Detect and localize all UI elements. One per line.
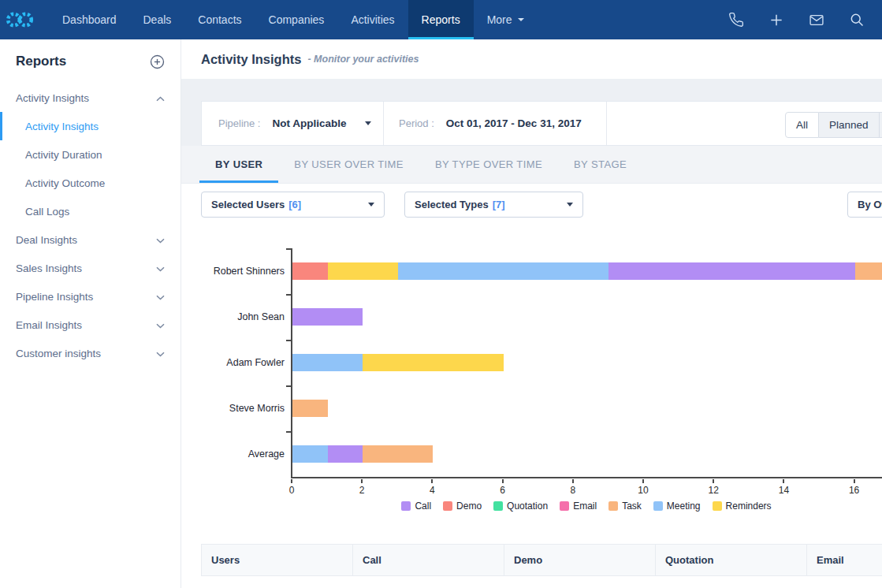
bar-segment-demo[interactable] [292, 262, 328, 280]
sidebar-item-customer-insights[interactable]: Customer insights [0, 339, 180, 367]
table-column-header-demo[interactable]: Demo [504, 545, 656, 575]
table-column-header-users[interactable]: Users [202, 545, 353, 575]
main-content: Activity Insights - Monitor your activit… [181, 39, 882, 588]
bar-segment-meeting[interactable] [398, 262, 609, 280]
legend-label: Email [573, 501, 597, 512]
plus-circle-icon [150, 54, 165, 69]
sidebar-item-label: Activity Duration [25, 149, 102, 161]
legend-item-quotation[interactable]: Quotation [493, 501, 548, 512]
nav-item-companies[interactable]: Companies [255, 0, 338, 39]
scope-button-planned[interactable]: Planned [819, 112, 880, 138]
legend-item-meeting[interactable]: Meeting [653, 501, 701, 512]
bar-segment-call[interactable] [328, 445, 363, 463]
sidebar-item-deal-insights[interactable]: Deal Insights [0, 225, 180, 254]
sidebar-item-pipeline-insights[interactable]: Pipeline Insights [0, 282, 180, 311]
bar-segment-meeting[interactable] [292, 445, 328, 463]
x-axis-tick-label: 10 [638, 485, 648, 496]
x-axis-tick-label: 6 [500, 485, 505, 496]
bar-segment-call[interactable] [608, 262, 854, 280]
sidebar-item-activity-duration[interactable]: Activity Duration [0, 140, 180, 169]
selected-types-label: Selected Types [415, 199, 489, 210]
legend-item-task[interactable]: Task [608, 501, 642, 512]
chevron-down-icon [567, 203, 573, 207]
legend-swatch [560, 501, 569, 511]
scope-button-all[interactable]: All [785, 112, 819, 138]
selected-users-count: [6] [288, 199, 301, 210]
phone-icon[interactable] [728, 12, 744, 28]
app-logo[interactable] [0, 0, 39, 39]
x-axis-tick-label: 2 [359, 485, 365, 496]
legend-label: Quotation [507, 501, 548, 512]
x-axis-tick-label: 8 [570, 485, 575, 496]
chevron-down-icon [156, 262, 165, 274]
y-axis-tick [286, 340, 292, 341]
divider [383, 102, 384, 145]
sidebar-item-call-logs[interactable]: Call Logs [0, 197, 180, 225]
chart-category-label: Adam Fowler [201, 354, 285, 371]
bar-segment-call[interactable] [292, 308, 363, 326]
bar-segment-task[interactable] [855, 262, 882, 280]
selected-types-dropdown[interactable]: Selected Types [7] [404, 192, 583, 218]
scope-button-co[interactable]: Co [880, 112, 882, 138]
chevron-down-icon [156, 319, 165, 331]
nav-item-activities[interactable]: Activities [337, 0, 408, 39]
tab-by-user-over-time[interactable]: BY USER OVER TIME [278, 146, 419, 183]
sidebar-item-activity-outcome[interactable]: Activity Outcome [0, 169, 180, 197]
legend-item-email[interactable]: Email [560, 501, 597, 512]
mail-icon[interactable] [809, 12, 824, 28]
by-owner-dropdown[interactable]: By Ow [847, 192, 882, 218]
search-icon[interactable] [849, 12, 865, 28]
table-column-header-call[interactable]: Call [353, 545, 504, 575]
table-column-header-email[interactable]: Email [807, 545, 882, 575]
legend-swatch [713, 501, 722, 511]
x-axis-tick [854, 479, 855, 483]
legend-item-call[interactable]: Call [401, 501, 431, 512]
bar-segment-task[interactable] [363, 445, 433, 463]
activity-scope-toggle: AllPlannedCo [785, 112, 882, 138]
y-axis-line [291, 248, 292, 478]
bar-segment-reminders[interactable] [328, 262, 398, 280]
x-axis-line [291, 477, 882, 478]
add-report-button[interactable] [150, 54, 165, 69]
bar-segment-task[interactable] [292, 400, 328, 417]
pipeline-value: Not Applicable [272, 117, 346, 129]
x-axis-tick [713, 479, 714, 483]
table-column-header-quotation[interactable]: Quotation [656, 545, 807, 575]
nav-item-deals[interactable]: Deals [130, 0, 185, 39]
nav-item-reports[interactable]: Reports [408, 0, 474, 39]
legend-swatch [401, 501, 411, 511]
chevron-down-icon [368, 203, 374, 207]
bar-segment-reminders[interactable] [363, 354, 503, 371]
sidebar-item-email-insights[interactable]: Email Insights [0, 311, 180, 339]
tab-by-type-over-time[interactable]: BY TYPE OVER TIME [419, 146, 558, 183]
pipeline-filter[interactable]: Pipeline : Not Applicable [218, 102, 371, 145]
legend-item-reminders[interactable]: Reminders [713, 501, 772, 512]
nav-item-more[interactable]: More [474, 0, 538, 39]
activities-table: UsersCallDemoQuotationEmail [201, 544, 882, 576]
sidebar-item-activity-insights[interactable]: Activity Insights [0, 84, 180, 112]
sidebar-item-label: Pipeline Insights [16, 291, 93, 303]
x-axis-tick-label: 0 [289, 485, 295, 496]
sidebar-item-label: Sales Insights [16, 262, 82, 274]
tab-by-stage[interactable]: BY STAGE [558, 146, 642, 183]
stacked-bar-average [292, 445, 433, 463]
plus-icon[interactable] [768, 12, 784, 28]
bar-segment-meeting[interactable] [292, 354, 363, 371]
x-axis-tick [783, 479, 784, 483]
period-filter[interactable]: Period : Oct 01, 2017 - Dec 31, 2017 [399, 102, 582, 145]
sidebar-item-label: Activity Outcome [25, 177, 105, 189]
sidebar-item-sales-insights[interactable]: Sales Insights [0, 254, 180, 282]
nav-item-dashboard[interactable]: Dashboard [49, 0, 130, 39]
sidebar-item-activity-insights[interactable]: Activity Insights [0, 112, 180, 140]
pipeline-label: Pipeline : [218, 117, 260, 129]
selected-users-dropdown[interactable]: Selected Users [6] [201, 192, 385, 218]
legend-swatch [653, 501, 663, 511]
tab-by-user[interactable]: BY USER [199, 146, 278, 183]
nav-item-contacts[interactable]: Contacts [184, 0, 255, 39]
page-header: Activity Insights - Monitor your activit… [181, 39, 882, 79]
legend-item-demo[interactable]: Demo [443, 501, 482, 512]
x-axis-tick-label: 14 [779, 485, 789, 496]
chevron-down-icon [156, 234, 165, 246]
legend-swatch [608, 501, 618, 511]
legend-swatch [493, 501, 503, 511]
